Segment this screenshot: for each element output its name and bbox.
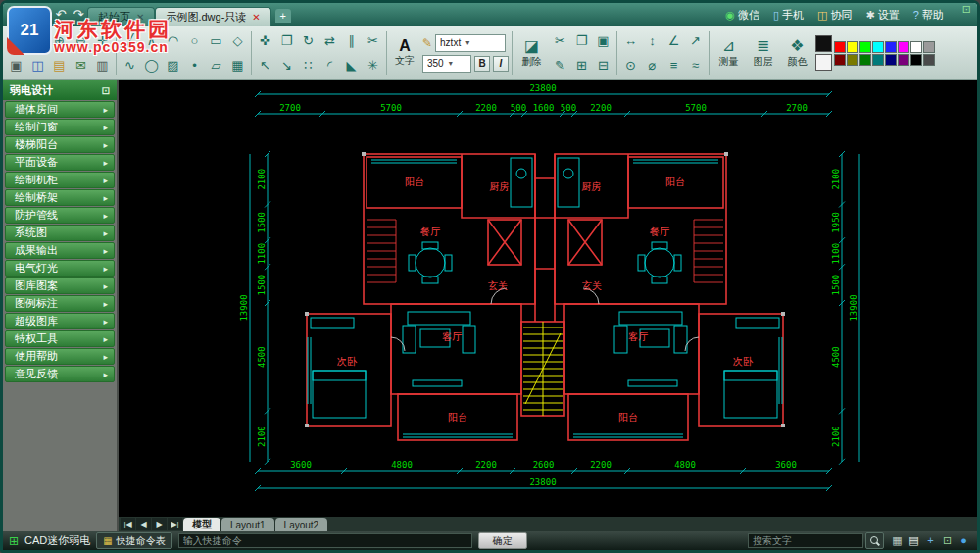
bold-button[interactable]: B: [474, 56, 490, 72]
sidebar-item-2[interactable]: 楼梯阳台▸: [5, 136, 115, 153]
sidebar-item-5[interactable]: 绘制桥架▸: [5, 189, 115, 206]
sidebar-item-7[interactable]: 系统图▸: [5, 225, 115, 241]
palette-color-0[interactable]: [834, 41, 846, 53]
layout-tab-0[interactable]: 模型: [183, 518, 220, 531]
palette-color-9[interactable]: [847, 54, 858, 66]
search-icon[interactable]: [865, 532, 884, 549]
stretch-icon[interactable]: ↖: [255, 55, 275, 76]
trim-icon[interactable]: ✂: [363, 30, 383, 52]
scale-icon[interactable]: ↘: [276, 55, 297, 76]
sidebar-item-1[interactable]: 绘制门窗▸: [5, 119, 115, 135]
sidebar-item-14[interactable]: 使用帮助▸: [5, 348, 115, 365]
current-color-swatch-1[interactable]: [815, 54, 832, 71]
ok-button[interactable]: 确定: [478, 532, 527, 549]
sidebar-item-10[interactable]: 图库图案▸: [5, 277, 115, 294]
palette-color-11[interactable]: [872, 54, 884, 66]
arc-icon[interactable]: ◠: [163, 30, 183, 52]
palette-color-14[interactable]: [910, 54, 922, 66]
page-setup-icon[interactable]: ▤: [906, 534, 921, 547]
text-tool-button[interactable]: A 文字: [390, 38, 419, 68]
rectangle-icon[interactable]: ▭: [206, 30, 226, 52]
panel-dock-icon[interactable]: ⊡: [102, 85, 110, 96]
add-view-icon[interactable]: +: [923, 534, 938, 547]
polygon-icon[interactable]: ◇: [227, 30, 248, 52]
pan-icon[interactable]: ✛: [92, 30, 113, 52]
dim-linear-icon[interactable]: ↔: [620, 30, 641, 52]
sidebar-item-8[interactable]: 成果输出▸: [5, 242, 115, 259]
collaborate-button[interactable]: ◫协同: [810, 8, 858, 23]
palette-color-15[interactable]: [923, 54, 935, 66]
polyline-icon[interactable]: ∧: [141, 30, 162, 52]
color-button[interactable]: ❖ 颜色: [781, 28, 813, 77]
palette-color-5[interactable]: [898, 41, 909, 53]
document-tab-1[interactable]: 示例图.dwg-只读✕: [155, 7, 270, 26]
grid-toggle-icon[interactable]: ▦: [890, 534, 905, 547]
browser-icon[interactable]: ●: [956, 534, 971, 547]
palette-color-3[interactable]: [872, 41, 884, 53]
sidebar-item-3[interactable]: 平面设备▸: [5, 154, 115, 171]
palette-color-13[interactable]: [898, 54, 909, 66]
fillet-icon[interactable]: ◜: [319, 55, 340, 76]
window-menu-icon[interactable]: ⊡: [956, 3, 977, 26]
fullscreen-icon[interactable]: ⊡: [940, 534, 955, 547]
close-icon[interactable]: ✕: [136, 13, 144, 23]
circle-icon[interactable]: ○: [184, 30, 205, 52]
palette-color-10[interactable]: [859, 54, 871, 66]
shortcut-table-button[interactable]: ▦ 快捷命令表: [96, 532, 172, 549]
palette-color-7[interactable]: [923, 41, 935, 53]
palette-color-2[interactable]: [859, 41, 871, 53]
italic-button[interactable]: I: [493, 56, 509, 72]
hatch-icon[interactable]: ▨: [163, 55, 183, 76]
palette-color-12[interactable]: [885, 54, 897, 66]
palette-color-6[interactable]: [910, 41, 922, 53]
save-icon[interactable]: ◫: [27, 55, 48, 76]
copy-icon[interactable]: ❐: [276, 30, 297, 52]
redo-icon[interactable]: ↷: [70, 3, 87, 26]
layout-nav-button-2[interactable]: ▶: [152, 518, 167, 530]
layout-tab-2[interactable]: Layout2: [275, 518, 328, 531]
search-input[interactable]: [748, 533, 863, 548]
edit-text-icon[interactable]: ✎: [422, 36, 432, 50]
multiline-text-icon[interactable]: ≡: [663, 55, 684, 76]
spline-icon[interactable]: ∿: [120, 55, 140, 76]
close-icon[interactable]: ✕: [252, 13, 260, 23]
help-button[interactable]: ?帮助: [906, 8, 951, 23]
zoom-out-icon[interactable]: ⊖: [71, 30, 91, 52]
match-properties-icon[interactable]: ✎: [550, 55, 570, 76]
sidebar-item-12[interactable]: 超级图库▸: [5, 313, 115, 329]
palette-color-8[interactable]: [834, 54, 846, 66]
layout-tab-1[interactable]: Layout1: [221, 518, 274, 531]
mirror-icon[interactable]: ⇄: [319, 30, 340, 52]
wechat-button[interactable]: ◉微信: [718, 8, 766, 23]
move-icon[interactable]: ✜: [255, 30, 275, 52]
dim-angular-icon[interactable]: ∠: [663, 30, 684, 52]
sidebar-item-9[interactable]: 电气灯光▸: [5, 260, 115, 276]
chamfer-icon[interactable]: ◣: [341, 55, 362, 76]
document-tab-0[interactable]: 起始页✕: [87, 7, 155, 26]
dim-radius-icon[interactable]: ⊙: [620, 55, 641, 76]
explode-icon[interactable]: ✳: [363, 55, 383, 76]
cut-icon[interactable]: ✂: [550, 30, 570, 52]
ungroup-icon[interactable]: ⊟: [593, 55, 613, 76]
command-input[interactable]: [178, 533, 472, 548]
layout-nav-button-1[interactable]: ◀: [136, 518, 151, 530]
line-icon[interactable]: ╱: [120, 30, 140, 52]
sidebar-item-6[interactable]: 防护管线▸: [5, 207, 115, 224]
measure-button[interactable]: ⊿ 测量: [712, 28, 745, 77]
new-tab-button[interactable]: +: [275, 9, 291, 23]
text-size-select[interactable]: 350 ▾: [422, 55, 471, 73]
copy-clip-icon[interactable]: ❐: [571, 30, 592, 52]
leader-icon[interactable]: ↗: [685, 30, 706, 52]
revision-cloud-icon[interactable]: ≈: [685, 55, 706, 76]
open-folder-icon[interactable]: ▤: [49, 55, 70, 76]
sidebar-item-4[interactable]: 绘制机柜▸: [5, 172, 115, 188]
table-icon[interactable]: ▦: [227, 55, 248, 76]
send-mail-icon[interactable]: ✉: [71, 55, 91, 76]
layers-button[interactable]: ≣ 图层: [747, 28, 779, 77]
array-icon[interactable]: ∷: [298, 55, 318, 76]
zoom-in-icon[interactable]: ⊕: [49, 30, 70, 52]
mobile-button[interactable]: ▯手机: [766, 8, 810, 23]
palette-color-1[interactable]: [847, 41, 858, 53]
layout-nav-button-3[interactable]: ▶|: [168, 518, 182, 530]
block-icon[interactable]: ▱: [206, 55, 226, 76]
